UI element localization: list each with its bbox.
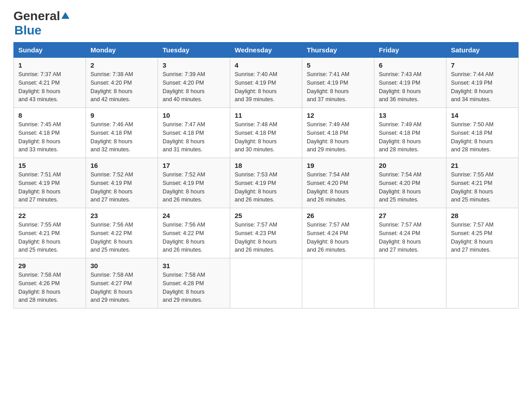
- calendar-cell: 3 Sunrise: 7:39 AMSunset: 4:20 PMDayligh…: [158, 58, 230, 108]
- day-number: 22: [18, 212, 81, 219]
- day-info: Sunrise: 7:48 AMSunset: 4:18 PMDaylight:…: [235, 121, 277, 153]
- calendar-cell: 6 Sunrise: 7:43 AMSunset: 4:19 PMDayligh…: [374, 58, 446, 108]
- day-number: 24: [163, 212, 225, 219]
- day-number: 10: [163, 111, 225, 119]
- day-info: Sunrise: 7:52 AMSunset: 4:19 PMDaylight:…: [90, 171, 133, 203]
- calendar-week-4: 22 Sunrise: 7:55 AMSunset: 4:21 PMDaylig…: [14, 208, 519, 258]
- day-info: Sunrise: 7:58 AMSunset: 4:28 PMDaylight:…: [163, 272, 205, 303]
- day-number: 4: [235, 61, 297, 69]
- day-info: Sunrise: 7:55 AMSunset: 4:21 PMDaylight:…: [451, 171, 493, 203]
- day-number: 9: [90, 111, 153, 119]
- day-number: 23: [90, 212, 153, 219]
- calendar-cell: 16 Sunrise: 7:52 AMSunset: 4:19 PMDaylig…: [86, 158, 158, 208]
- day-info: Sunrise: 7:58 AMSunset: 4:27 PMDaylight:…: [90, 272, 133, 303]
- day-number: 5: [307, 61, 369, 69]
- calendar-cell: 5 Sunrise: 7:41 AMSunset: 4:19 PMDayligh…: [302, 58, 374, 108]
- calendar-cell: 9 Sunrise: 7:46 AMSunset: 4:18 PMDayligh…: [86, 108, 158, 158]
- calendar-cell: 21 Sunrise: 7:55 AMSunset: 4:21 PMDaylig…: [446, 158, 519, 208]
- weekday-header-saturday: Saturday: [446, 43, 519, 58]
- calendar-week-1: 1 Sunrise: 7:37 AMSunset: 4:21 PMDayligh…: [14, 58, 519, 108]
- day-number: 8: [18, 111, 81, 119]
- day-info: Sunrise: 7:39 AMSunset: 4:20 PMDaylight:…: [163, 71, 205, 103]
- calendar-cell: 8 Sunrise: 7:45 AMSunset: 4:18 PMDayligh…: [14, 108, 86, 158]
- calendar-cell: 14 Sunrise: 7:50 AMSunset: 4:18 PMDaylig…: [446, 108, 519, 158]
- day-info: Sunrise: 7:44 AMSunset: 4:19 PMDaylight:…: [451, 71, 493, 103]
- day-number: 19: [307, 162, 369, 169]
- calendar-table: SundayMondayTuesdayWednesdayThursdayFrid…: [13, 42, 519, 308]
- day-number: 3: [163, 61, 225, 69]
- calendar-week-3: 15 Sunrise: 7:51 AMSunset: 4:19 PMDaylig…: [14, 158, 519, 208]
- logo-general-text: General: [13, 9, 60, 23]
- calendar-cell: 22 Sunrise: 7:55 AMSunset: 4:21 PMDaylig…: [14, 208, 86, 258]
- weekday-header-row: SundayMondayTuesdayWednesdayThursdayFrid…: [14, 43, 519, 58]
- calendar-cell: 20 Sunrise: 7:54 AMSunset: 4:20 PMDaylig…: [374, 158, 446, 208]
- calendar-cell: 17 Sunrise: 7:52 AMSunset: 4:19 PMDaylig…: [158, 158, 230, 208]
- day-info: Sunrise: 7:37 AMSunset: 4:21 PMDaylight:…: [18, 71, 61, 103]
- day-number: 30: [90, 262, 153, 270]
- calendar-cell: 27 Sunrise: 7:57 AMSunset: 4:24 PMDaylig…: [374, 208, 446, 258]
- weekday-header-tuesday: Tuesday: [158, 43, 230, 58]
- day-info: Sunrise: 7:56 AMSunset: 4:22 PMDaylight:…: [163, 222, 205, 253]
- day-info: Sunrise: 7:50 AMSunset: 4:18 PMDaylight:…: [451, 121, 493, 153]
- day-number: 7: [451, 61, 514, 69]
- day-number: 15: [18, 162, 81, 169]
- day-number: 13: [379, 111, 442, 119]
- calendar-cell: 23 Sunrise: 7:56 AMSunset: 4:22 PMDaylig…: [86, 208, 158, 258]
- weekday-header-thursday: Thursday: [302, 43, 374, 58]
- day-number: 12: [307, 111, 369, 119]
- calendar-cell: 26 Sunrise: 7:57 AMSunset: 4:24 PMDaylig…: [302, 208, 374, 258]
- day-info: Sunrise: 7:54 AMSunset: 4:20 PMDaylight:…: [379, 171, 421, 203]
- calendar-cell: 30 Sunrise: 7:58 AMSunset: 4:27 PMDaylig…: [86, 258, 158, 308]
- calendar-cell: 31 Sunrise: 7:58 AMSunset: 4:28 PMDaylig…: [158, 258, 230, 308]
- calendar-cell: [374, 258, 446, 308]
- day-number: 1: [18, 61, 81, 69]
- day-info: Sunrise: 7:55 AMSunset: 4:21 PMDaylight:…: [18, 222, 61, 253]
- day-info: Sunrise: 7:43 AMSunset: 4:19 PMDaylight:…: [379, 71, 421, 103]
- day-info: Sunrise: 7:47 AMSunset: 4:18 PMDaylight:…: [163, 121, 205, 153]
- day-number: 17: [163, 162, 225, 169]
- logo-triangle-icon: [61, 12, 69, 19]
- day-number: 28: [451, 212, 514, 219]
- weekday-header-sunday: Sunday: [14, 43, 86, 58]
- calendar-week-2: 8 Sunrise: 7:45 AMSunset: 4:18 PMDayligh…: [14, 108, 519, 158]
- day-number: 25: [235, 212, 297, 219]
- calendar-cell: 10 Sunrise: 7:47 AMSunset: 4:18 PMDaylig…: [158, 108, 230, 158]
- calendar-cell: 11 Sunrise: 7:48 AMSunset: 4:18 PMDaylig…: [230, 108, 302, 158]
- day-info: Sunrise: 7:56 AMSunset: 4:22 PMDaylight:…: [90, 222, 133, 253]
- day-number: 21: [451, 162, 514, 169]
- calendar-cell: 2 Sunrise: 7:38 AMSunset: 4:20 PMDayligh…: [86, 58, 158, 108]
- day-info: Sunrise: 7:49 AMSunset: 4:18 PMDaylight:…: [307, 121, 349, 153]
- calendar-cell: 25 Sunrise: 7:57 AMSunset: 4:23 PMDaylig…: [230, 208, 302, 258]
- day-info: Sunrise: 7:46 AMSunset: 4:18 PMDaylight:…: [90, 121, 133, 153]
- day-number: 14: [451, 111, 514, 119]
- calendar-cell: 18 Sunrise: 7:53 AMSunset: 4:19 PMDaylig…: [230, 158, 302, 208]
- calendar-cell: 15 Sunrise: 7:51 AMSunset: 4:19 PMDaylig…: [14, 158, 86, 208]
- weekday-header-wednesday: Wednesday: [230, 43, 302, 58]
- day-info: Sunrise: 7:53 AMSunset: 4:19 PMDaylight:…: [235, 171, 277, 203]
- day-info: Sunrise: 7:41 AMSunset: 4:19 PMDaylight:…: [307, 71, 349, 103]
- calendar-cell: [446, 258, 519, 308]
- page-header: General Blue: [13, 9, 519, 38]
- day-number: 26: [307, 212, 369, 219]
- day-number: 18: [235, 162, 297, 169]
- calendar-cell: 13 Sunrise: 7:49 AMSunset: 4:18 PMDaylig…: [374, 108, 446, 158]
- calendar-cell: 19 Sunrise: 7:54 AMSunset: 4:20 PMDaylig…: [302, 158, 374, 208]
- logo: General Blue: [13, 9, 69, 38]
- day-info: Sunrise: 7:49 AMSunset: 4:18 PMDaylight:…: [379, 121, 421, 153]
- day-number: 6: [379, 61, 442, 69]
- day-number: 29: [18, 262, 81, 270]
- day-number: 2: [90, 61, 153, 69]
- logo-blue-text: Blue: [14, 23, 42, 37]
- calendar-week-5: 29 Sunrise: 7:58 AMSunset: 4:26 PMDaylig…: [14, 258, 519, 308]
- calendar-cell: 24 Sunrise: 7:56 AMSunset: 4:22 PMDaylig…: [158, 208, 230, 258]
- day-info: Sunrise: 7:54 AMSunset: 4:20 PMDaylight:…: [307, 171, 349, 203]
- day-info: Sunrise: 7:58 AMSunset: 4:26 PMDaylight:…: [18, 272, 61, 303]
- day-info: Sunrise: 7:51 AMSunset: 4:19 PMDaylight:…: [18, 171, 61, 203]
- day-number: 16: [90, 162, 153, 169]
- day-info: Sunrise: 7:57 AMSunset: 4:24 PMDaylight:…: [307, 222, 349, 253]
- weekday-header-monday: Monday: [86, 43, 158, 58]
- day-info: Sunrise: 7:57 AMSunset: 4:24 PMDaylight:…: [379, 222, 421, 253]
- calendar-cell: 7 Sunrise: 7:44 AMSunset: 4:19 PMDayligh…: [446, 58, 519, 108]
- weekday-header-friday: Friday: [374, 43, 446, 58]
- day-info: Sunrise: 7:45 AMSunset: 4:18 PMDaylight:…: [18, 121, 61, 153]
